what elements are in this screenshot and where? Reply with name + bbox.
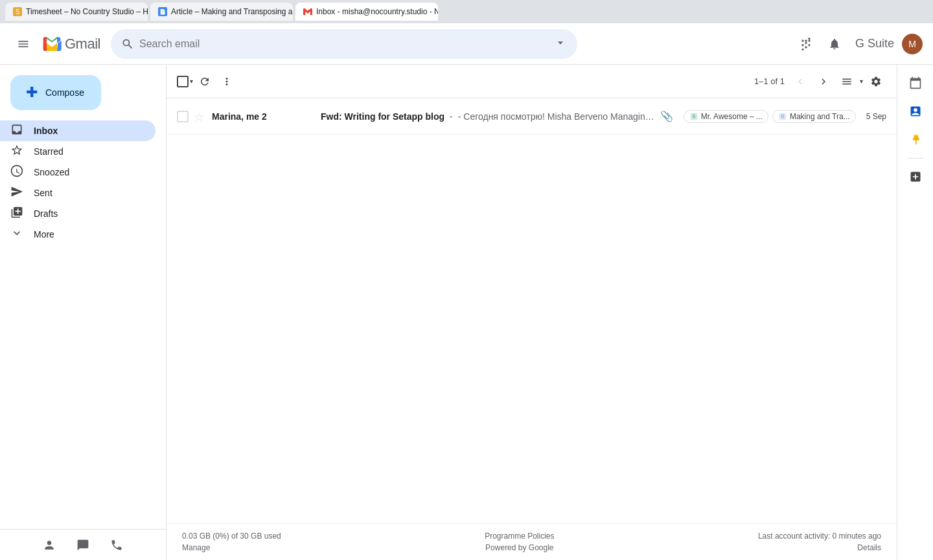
email-list: ☆ Marina, me 2 Fwd: Writing for Setapp b… <box>167 98 897 523</box>
snoozed-label: Snoozed <box>34 167 145 177</box>
search-input[interactable] <box>139 38 549 50</box>
chip-sheets[interactable]: S Mr. Awesome – ... <box>684 110 768 123</box>
browser-bar: S Timesheet – No Country Studio – Harves… <box>0 0 933 23</box>
select-all-checkbox-wrap[interactable]: ▾ <box>177 76 193 87</box>
policies-link[interactable]: Programme Policies <box>485 532 554 541</box>
prev-page-button[interactable] <box>790 71 811 92</box>
search-icon <box>121 38 134 50</box>
settings-button[interactable] <box>866 71 886 92</box>
calendar-button[interactable] <box>903 70 928 96</box>
pagination-text: 1–1 of 1 <box>754 76 785 86</box>
more-icon <box>10 227 23 243</box>
sidebar-item-drafts[interactable]: Drafts <box>0 203 156 224</box>
storage-text: 0.03 GB (0%) of 30 GB used <box>182 532 281 541</box>
search-dropdown-button[interactable] <box>554 36 567 51</box>
toolbar: ▾ 1–1 of 1 <box>167 65 897 98</box>
add-contact-button[interactable] <box>38 533 61 557</box>
starred-label: Starred <box>34 146 145 157</box>
sidebar-item-starred[interactable]: Starred <box>0 141 156 162</box>
powered-label: Powered by Google <box>485 543 553 552</box>
harvest-tab-label: Timesheet – No Country Studio – Harvest <box>26 7 148 16</box>
right-sidebar <box>897 65 933 560</box>
footer-right: Last account activity: 0 minutes ago Det… <box>758 532 881 552</box>
toolbar-right: 1–1 of 1 ▾ <box>754 71 886 92</box>
compose-button[interactable]: ✚ Compose <box>10 75 101 110</box>
inbox-icon <box>10 123 23 139</box>
logo-area: Gmail <box>41 34 100 54</box>
chat-button[interactable] <box>71 533 95 557</box>
snoozed-icon <box>10 164 23 181</box>
gsuite-label: G Suite <box>855 37 894 50</box>
main-container: ✚ Compose Inbox Starred Snoozed <box>0 65 933 560</box>
density-chevron-icon: ▾ <box>860 78 863 85</box>
chip-sheets-label: Mr. Awesome – ... <box>701 112 763 121</box>
select-all-checkbox[interactable] <box>177 76 189 87</box>
chip-docs[interactable]: D Making and Tra... <box>772 110 856 123</box>
sidebar-item-more[interactable]: More <box>0 224 156 245</box>
bottom-sidebar <box>0 529 166 560</box>
sheets-chip-icon: S <box>689 112 698 121</box>
sent-icon <box>10 185 23 201</box>
menu-button[interactable] <box>10 31 36 57</box>
phone-button[interactable] <box>105 533 128 557</box>
star-button[interactable]: ☆ <box>194 110 207 123</box>
more-label: More <box>34 229 145 240</box>
email-subject: Fwd: Writing for Setapp blog <box>321 111 444 122</box>
attachment-icon: 📎 <box>660 110 673 122</box>
keep-button[interactable] <box>903 127 928 153</box>
apps-button[interactable] <box>793 31 819 57</box>
tab-harvest[interactable]: S Timesheet – No Country Studio – Harves… <box>5 3 148 21</box>
select-dropdown-icon[interactable]: ▾ <box>190 78 193 85</box>
gmail-tab-label: Inbox - misha@nocountry.studio - No Coun… <box>316 7 438 16</box>
details-link[interactable]: Details <box>857 543 881 552</box>
email-checkbox[interactable] <box>177 111 189 122</box>
docs-chip-icon: D <box>778 112 787 121</box>
sidebar-item-inbox[interactable]: Inbox <box>0 120 156 141</box>
drafts-label: Drafts <box>34 208 145 219</box>
tab-docs[interactable]: 📄 Article – Making and Transposing an Em… <box>150 3 293 21</box>
footer: 0.03 GB (0%) of 30 GB used Manage Progra… <box>167 523 897 560</box>
sent-label: Sent <box>34 188 145 198</box>
svg-text:D: D <box>781 114 785 118</box>
email-snippet: - Сегодня посмотрю! Misha Berveno Managi… <box>458 111 655 122</box>
gmail-logo-icon <box>41 34 62 54</box>
email-date: 5 Sep <box>866 112 886 121</box>
more-options-button[interactable] <box>216 71 237 92</box>
footer-left: 0.03 GB (0%) of 30 GB used Manage <box>182 532 281 552</box>
starred-icon <box>10 144 23 160</box>
email-chips: S Mr. Awesome – ... D Making and Tra... <box>684 110 856 123</box>
sidebar-item-snoozed[interactable]: Snoozed <box>0 162 156 183</box>
chip-docs-label: Making and Tra... <box>790 112 850 121</box>
next-page-button[interactable] <box>813 71 834 92</box>
header-actions: G Suite M <box>793 31 923 57</box>
search-bar[interactable] <box>111 29 577 59</box>
compose-plus-icon: ✚ <box>26 85 38 100</box>
inbox-label: Inbox <box>34 126 145 136</box>
docs-tab-icon: 📄 <box>158 7 167 16</box>
sidebar-item-sent[interactable]: Sent <box>0 183 156 203</box>
avatar[interactable]: M <box>902 34 923 54</box>
docs-tab-label: Article – Making and Transposing an Emai… <box>171 7 293 16</box>
svg-text:S: S <box>693 114 695 118</box>
right-sidebar-divider <box>908 158 923 159</box>
refresh-button[interactable] <box>194 71 215 92</box>
density-button[interactable] <box>836 71 857 92</box>
table-row[interactable]: ☆ Marina, me 2 Fwd: Writing for Setapp b… <box>167 98 897 135</box>
activity-text: Last account activity: 0 minutes ago <box>758 532 881 541</box>
tab-gmail[interactable]: Inbox - misha@nocountry.studio - No Coun… <box>295 3 438 21</box>
header: Gmail G Suite M <box>0 23 933 65</box>
manage-link[interactable]: Manage <box>182 543 281 552</box>
app-container: Gmail G Suite M <box>0 23 933 560</box>
tasks-button[interactable] <box>903 98 928 124</box>
footer-center: Programme Policies Powered by Google <box>485 532 554 552</box>
gmail-text-label: Gmail <box>65 36 100 52</box>
email-sender: Marina, me 2 <box>212 111 316 122</box>
email-content: Fwd: Writing for Setapp blog - - Сегодня… <box>321 110 856 123</box>
content-area: ▾ 1–1 of 1 <box>166 65 897 560</box>
notifications-button[interactable] <box>822 31 847 57</box>
toolbar-left: ▾ <box>177 71 237 92</box>
compose-label: Compose <box>45 87 84 98</box>
add-addon-button[interactable] <box>903 164 928 190</box>
drafts-icon <box>10 206 23 222</box>
gmail-tab-icon <box>303 7 312 16</box>
